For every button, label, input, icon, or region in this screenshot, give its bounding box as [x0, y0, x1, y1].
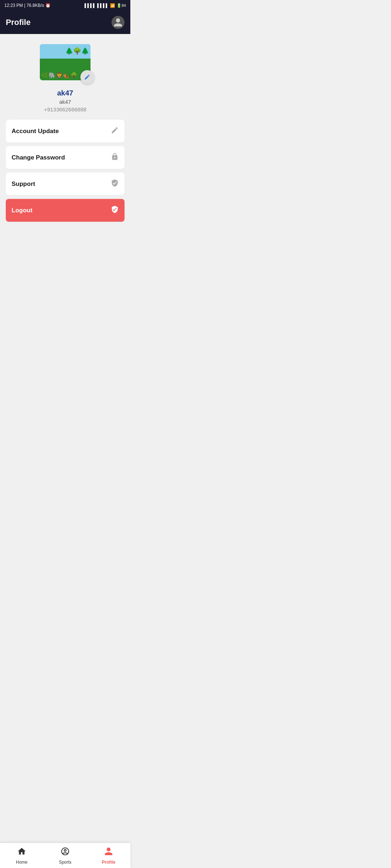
support-label: Support: [12, 180, 35, 188]
status-time-speed: 12:23 PM | 76.8KB/s ⏰: [4, 3, 51, 8]
logout-label: Logout: [12, 207, 33, 214]
edit-avatar-button[interactable]: [80, 70, 94, 84]
pencil-edit-icon: [84, 74, 91, 80]
shield-check-icon: [111, 179, 119, 189]
change-password-label: Change Password: [12, 154, 65, 161]
wifi-icon: 📶: [110, 3, 115, 8]
logout-button[interactable]: Logout: [6, 199, 125, 222]
app-bar: Profile: [0, 11, 130, 34]
username-display-bold: ak47: [57, 89, 73, 97]
account-update-button[interactable]: Account Update: [6, 120, 125, 142]
account-update-label: Account Update: [12, 128, 59, 135]
signal-icon: ▌▌▌▌: [84, 3, 96, 8]
account-icon[interactable]: [112, 16, 125, 29]
profile-image-wrapper: [40, 44, 91, 80]
menu-list: Account Update Change Password Support: [6, 120, 125, 222]
battery-icon: 🔋84: [117, 3, 126, 8]
support-button[interactable]: Support: [6, 173, 125, 195]
signal2-icon: ▌▌▌▌: [97, 3, 109, 8]
status-bar: 12:23 PM | 76.8KB/s ⏰ ▌▌▌▌ ▌▌▌▌ 📶 🔋84: [0, 0, 130, 11]
phone-display: +9133662666888: [44, 106, 86, 112]
change-password-button[interactable]: Change Password: [6, 146, 125, 169]
page-title: Profile: [6, 18, 30, 27]
lock-icon: [111, 153, 119, 162]
pencil-icon: [111, 126, 119, 136]
logout-shield-icon: [111, 205, 119, 215]
main-content: ak47 ak47 +9133662666888 Account Update …: [0, 34, 130, 251]
username-display: ak47: [59, 99, 71, 105]
status-icons: ▌▌▌▌ ▌▌▌▌ 📶 🔋84: [84, 3, 126, 8]
